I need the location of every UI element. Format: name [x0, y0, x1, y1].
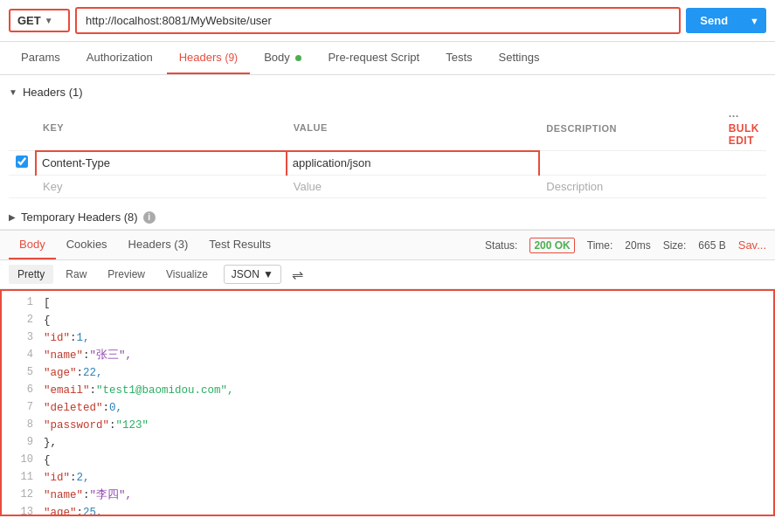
size-label: Size:: [663, 239, 687, 252]
format-bar: Pretty Raw Preview Visualize JSON ▼ ⇌: [0, 260, 775, 289]
json-line: 13 "age": 25,: [2, 504, 773, 516]
wrap-icon[interactable]: ⇌: [292, 266, 303, 283]
more-icon[interactable]: ···: [729, 109, 739, 122]
bulk-edit-button[interactable]: Bulk Edit: [729, 122, 759, 147]
info-icon[interactable]: i: [143, 211, 156, 224]
top-bar: GET ▼ Send ▼: [0, 0, 775, 42]
headers-section-title: Headers (1): [23, 86, 83, 99]
json-line: 11 "id": 2,: [2, 469, 773, 487]
format-value: JSON: [232, 268, 259, 280]
url-input[interactable]: [75, 7, 681, 34]
body-dot: [295, 55, 301, 61]
fmt-tab-raw[interactable]: Raw: [57, 265, 95, 284]
fmt-tab-visualize[interactable]: Visualize: [157, 265, 217, 284]
method-dropdown-arrow: ▼: [45, 16, 53, 25]
format-select[interactable]: JSON ▼: [224, 265, 281, 284]
response-tab-cookies[interactable]: Cookies: [56, 231, 118, 259]
col-value-header: VALUE: [287, 106, 540, 151]
row-key-value: Content-Type: [42, 156, 110, 169]
status-label: Status:: [485, 239, 517, 252]
tab-settings[interactable]: Settings: [487, 42, 552, 74]
tab-body[interactable]: Body: [252, 42, 314, 74]
headers-table: KEY VALUE DESCRIPTION ··· Bulk Edit Cont…: [9, 106, 766, 198]
fmt-tab-pretty[interactable]: Pretty: [9, 265, 53, 284]
json-line: 3 "id": 1,: [2, 329, 773, 347]
col-actions-header: ··· Bulk Edit: [722, 106, 766, 151]
json-line: 9 },: [2, 434, 773, 452]
json-viewer: 1[2 {3 "id": 1,4 "name": "张三",5 "age": 2…: [0, 289, 775, 516]
send-button[interactable]: Send ▼: [686, 8, 766, 33]
json-line: 12 "name": "李四",: [2, 487, 773, 504]
headers-section-header[interactable]: ▼ Headers (1): [9, 82, 766, 102]
response-tab-test-results[interactable]: Test Results: [198, 231, 281, 259]
json-line: 2 {: [2, 312, 773, 329]
tab-headers[interactable]: Headers (9): [167, 42, 250, 74]
response-tab-body[interactable]: Body: [9, 231, 56, 259]
row-value-value: application/json: [293, 156, 371, 169]
tab-authorization[interactable]: Authorization: [74, 42, 165, 74]
send-arrow: ▼: [743, 10, 766, 32]
format-arrow: ▼: [263, 268, 273, 280]
placeholder-value[interactable]: Value: [287, 176, 540, 198]
time-label: Time:: [587, 239, 613, 252]
fmt-tab-preview[interactable]: Preview: [99, 265, 154, 284]
save-button[interactable]: Sav...: [738, 238, 766, 252]
placeholder-key[interactable]: Key: [36, 176, 287, 198]
method-label: GET: [17, 14, 41, 27]
row-actions-cell: [722, 151, 766, 176]
temp-headers-section[interactable]: ▶ Temporary Headers (8) i: [0, 205, 775, 230]
json-line: 5 "age": 22,: [2, 364, 773, 382]
size-value: 665 B: [698, 239, 725, 252]
json-line: 4 "name": "张三",: [2, 347, 773, 364]
col-key-header: KEY: [36, 106, 287, 151]
row-checkbox[interactable]: [16, 155, 28, 168]
tab-params[interactable]: Params: [9, 42, 73, 74]
row-value-cell[interactable]: application/json: [287, 151, 540, 176]
tab-tests[interactable]: Tests: [433, 42, 484, 74]
json-line: 8 "password": "123": [2, 417, 773, 434]
table-row: Content-Type application/json: [9, 151, 766, 176]
json-line: 6 "email": "test1@baomidou.com",: [2, 382, 773, 399]
time-value: 20ms: [625, 239, 650, 252]
headers-section: ▼ Headers (1) KEY VALUE DESCRIPTION ··· …: [0, 75, 775, 205]
response-status-area: Status: 200 OK Time: 20ms Size: 665 B Sa…: [485, 238, 766, 253]
row-checkbox-cell[interactable]: [9, 151, 36, 176]
send-label: Send: [686, 8, 742, 33]
request-tab-bar: Params Authorization Headers (9) Body Pr…: [0, 42, 775, 75]
response-tab-headers[interactable]: Headers (3): [118, 231, 199, 259]
placeholder-desc[interactable]: Description: [539, 176, 721, 198]
row-desc-cell: [539, 151, 721, 176]
json-line: 7 "deleted": 0,: [2, 399, 773, 417]
tab-pre-request[interactable]: Pre-request Script: [315, 42, 432, 74]
table-placeholder-row: Key Value Description: [9, 176, 766, 198]
json-line: 1[: [2, 294, 773, 312]
headers-triangle: ▼: [9, 87, 17, 97]
temp-headers-title: Temporary Headers (8): [21, 211, 138, 224]
col-desc-header: DESCRIPTION: [539, 106, 721, 151]
json-line: 10 {: [2, 452, 773, 469]
status-value: 200 OK: [529, 238, 574, 253]
row-key-cell[interactable]: Content-Type: [36, 151, 287, 176]
method-selector[interactable]: GET ▼: [9, 9, 70, 32]
response-tab-bar: Body Cookies Headers (3) Test Results St…: [0, 230, 775, 260]
col-checkbox: [9, 106, 36, 151]
temp-headers-triangle: ▶: [9, 212, 16, 222]
